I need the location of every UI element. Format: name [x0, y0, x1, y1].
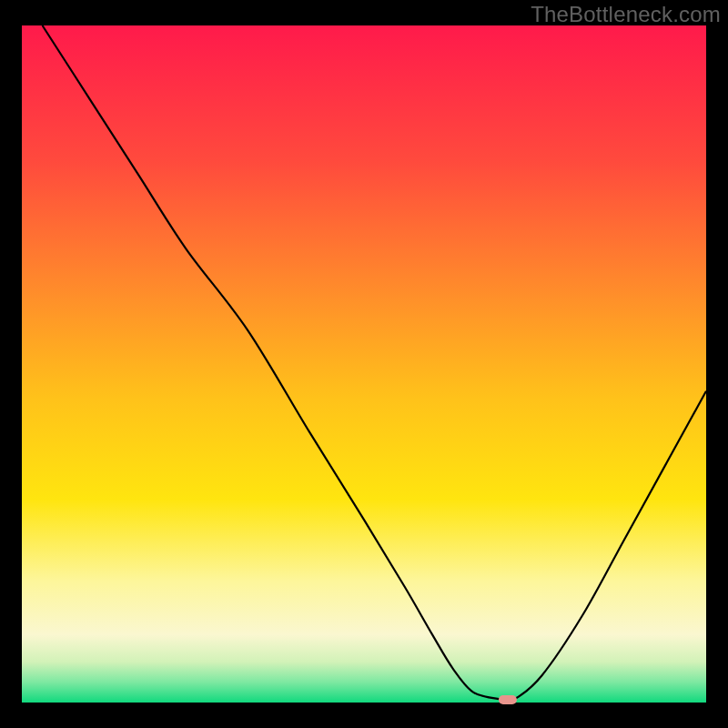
- chart-frame: TheBottleneck.com: [0, 0, 728, 728]
- watermark-text: TheBottleneck.com: [531, 2, 721, 27]
- optimum-marker: [499, 695, 517, 704]
- plot-background: [22, 25, 706, 703]
- bottleneck-chart: [0, 0, 728, 728]
